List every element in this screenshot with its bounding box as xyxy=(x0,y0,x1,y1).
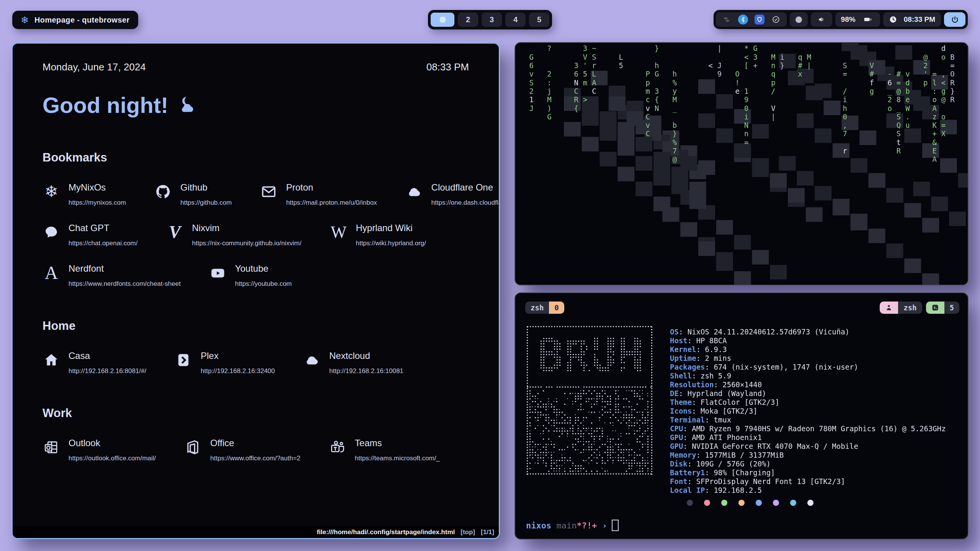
fetch-info-line: Battery1: 98% [Charging] xyxy=(670,468,946,477)
bookmark-url: https://www.office.com/?auth=2 xyxy=(210,455,300,462)
volume-control[interactable] xyxy=(811,12,832,27)
cloud-icon xyxy=(303,351,321,369)
tmux-user-badge[interactable]: zsh xyxy=(880,302,922,314)
bluetooth-icon[interactable] xyxy=(738,15,748,24)
tmux-statusbar: zsh 0 zsh 5 xyxy=(525,302,959,314)
recording-dot-icon xyxy=(795,16,802,23)
letter-w-icon: W xyxy=(330,223,347,241)
bookmark-title: Nixvim xyxy=(192,223,302,233)
battery-indicator[interactable]: 98% xyxy=(835,12,880,27)
check-circle-icon[interactable] xyxy=(771,15,781,24)
bookmark-title: Youtube xyxy=(235,263,292,274)
bookmark-title: Nextcloud xyxy=(329,350,403,361)
plex-chevron-icon xyxy=(175,351,192,369)
shell-prompt[interactable]: nixos main*?!+ › xyxy=(526,520,619,531)
recording-indicator[interactable] xyxy=(790,12,808,27)
tmux-window-index: 0 xyxy=(549,302,564,314)
bookmark-url: http://192.168.2.16:32400 xyxy=(201,367,275,375)
battery-percent: 98% xyxy=(841,15,856,24)
fetch-info-line: Uptime: 2 mins xyxy=(670,354,946,363)
prompt-git-branch: main xyxy=(551,521,577,530)
bookmark-item[interactable]: WHyprland Wikihttps://wiki.hyprland.org/ xyxy=(330,223,426,247)
bookmark-title: Office xyxy=(210,438,300,448)
prompt-git-flags: *?!+ xyxy=(577,521,597,530)
bookmark-item[interactable]: Protonhttps://mail.proton.me/u/0/inbox xyxy=(260,182,377,207)
bookmark-item[interactable]: Youtubehttps://youtube.com xyxy=(209,263,292,288)
palette-color-dot xyxy=(790,500,796,506)
bookmark-item[interactable]: Githubhttps://github.com xyxy=(154,182,232,207)
workspace-button-1[interactable] xyxy=(431,13,454,27)
date-label: Monday, June 17, 2024 xyxy=(42,61,146,73)
volume-icon xyxy=(817,15,826,24)
letter-v-icon: V xyxy=(166,223,184,241)
matrix-rain-display xyxy=(515,43,968,285)
tmux-session-name: zsh xyxy=(525,302,549,314)
bookmark-item[interactable]: Outlookhttps://outlook.office.com/mail/ xyxy=(42,438,156,462)
bookmark-item[interactable]: Casahttp://192.168.2.16:8081/#/ xyxy=(42,350,146,375)
bookmark-url: http://192.168.2.16:10081 xyxy=(329,367,403,375)
bookmark-title: MyNixOs xyxy=(69,182,126,193)
bookmark-title: Casa xyxy=(69,350,146,361)
fetch-info-line: Memory: 1577MiB / 31377MiB xyxy=(670,451,946,460)
shield-icon[interactable] xyxy=(755,15,764,24)
fetch-info-line: Icons: Moka [GTK2/3] xyxy=(670,407,946,416)
section-bookmarks: Bookmarks❄MyNixOshttps://mynixos.comGith… xyxy=(42,151,469,288)
bookmark-item[interactable]: VNixvimhttps://nix-community.github.io/n… xyxy=(166,223,302,247)
moon-cloud-icon xyxy=(175,91,195,119)
bookmark-url: https://outlook.office.com/mail/ xyxy=(69,455,156,462)
workspace-button-4[interactable]: 4 xyxy=(505,13,526,27)
bookmark-item[interactable]: Teamshttps://teams.microsoft.com/_ xyxy=(329,438,440,462)
nix-snowflake-icon: ❄ xyxy=(21,15,29,25)
bookmark-url: https://chat.openai.com/ xyxy=(69,240,138,247)
bookmark-item[interactable]: ❄MyNixOshttps://mynixos.com xyxy=(42,182,126,207)
terminal-icon xyxy=(926,302,944,314)
palette-color-dot xyxy=(738,500,745,506)
youtube-icon xyxy=(209,264,227,282)
section-work: WorkOutlookhttps://outlook.office.com/ma… xyxy=(42,406,469,462)
clock-icon xyxy=(889,15,897,24)
bookmark-title: Hyprland Wiki xyxy=(356,223,426,233)
tmux-window-count: 5 xyxy=(944,302,959,314)
statusbar-url: file:///home/hadi/.config/startpage/inde… xyxy=(317,528,455,536)
workspace-button-2[interactable]: 2 xyxy=(458,13,478,27)
palette-color-dot xyxy=(687,500,693,506)
bookmark-url: https://github.com xyxy=(180,199,232,207)
terminal-cursor xyxy=(612,520,619,531)
bookmark-item[interactable]: Chat GPThttps://chat.openai.com/ xyxy=(42,223,138,247)
tray-status-icons xyxy=(716,12,787,27)
sync-icon[interactable] xyxy=(722,15,732,24)
bookmark-item[interactable]: ANerdfonthttps://www.nerdfonts.com/cheat… xyxy=(42,263,181,288)
bookmark-url: https://wiki.hyprland.org/ xyxy=(356,240,426,247)
bookmark-title: Plex xyxy=(201,350,275,361)
fetch-info: OS: NixOS 24.11.20240612.57d6973 (Vicuña… xyxy=(670,328,946,495)
bookmark-title: Cloudflare One xyxy=(431,182,500,193)
chat-bubble-icon xyxy=(42,223,60,241)
tmux-right-session: zsh xyxy=(898,302,922,314)
tmux-window-tab[interactable]: zsh 0 xyxy=(525,302,564,314)
fetch-info-line: Kernel: 6.9.3 xyxy=(670,345,946,354)
fetch-info-line: Disk: 109G / 576G (20%) xyxy=(670,460,946,468)
bookmark-item[interactable]: Plexhttp://192.168.2.16:32400 xyxy=(175,350,275,375)
active-workspace-dot xyxy=(440,17,446,23)
fetch-info-line: Local IP: 192.168.2.5 xyxy=(670,486,946,495)
bookmark-item[interactable]: Cloudflare Onehttps://one.dash.cloudflar… xyxy=(405,182,500,207)
fetch-info-line: CPU: AMD Ryzen 9 7940HS w/ Radeon 780M G… xyxy=(670,424,946,433)
clock-widget[interactable]: 08:33 PM xyxy=(883,12,941,27)
power-button[interactable] xyxy=(944,12,965,27)
clock-label: 08:33 PM xyxy=(904,15,935,24)
desktop: { "topbar": { "window_pill": { "icon": "… xyxy=(0,0,980,551)
workspace-button-5[interactable]: 5 xyxy=(529,13,549,27)
tmux-window-count-badge[interactable]: 5 xyxy=(926,302,959,314)
bookmark-title: Teams xyxy=(355,438,440,448)
matrix-terminal-window[interactable] xyxy=(514,42,969,285)
bookmark-item[interactable]: Nextcloudhttp://192.168.2.16:10081 xyxy=(303,350,403,375)
startpage: Monday, June 17, 2024 08:33 PM Good nigh… xyxy=(13,44,499,462)
time-label: 08:33 PM xyxy=(426,61,469,73)
bookmark-url: https://one.dash.cloudflare.com/ xyxy=(431,199,500,207)
power-icon xyxy=(950,15,960,24)
bookmark-row: ANerdfonthttps://www.nerdfonts.com/cheat… xyxy=(42,263,469,288)
workspace-button-3[interactable]: 3 xyxy=(482,13,502,27)
home-icon xyxy=(42,351,60,369)
bookmark-item[interactable]: Officehttps://www.office.com/?auth=2 xyxy=(184,438,300,462)
fetch-terminal-window[interactable]: zsh 0 zsh 5 OS: NixOS 24.11.20240612.57d… xyxy=(514,292,969,540)
